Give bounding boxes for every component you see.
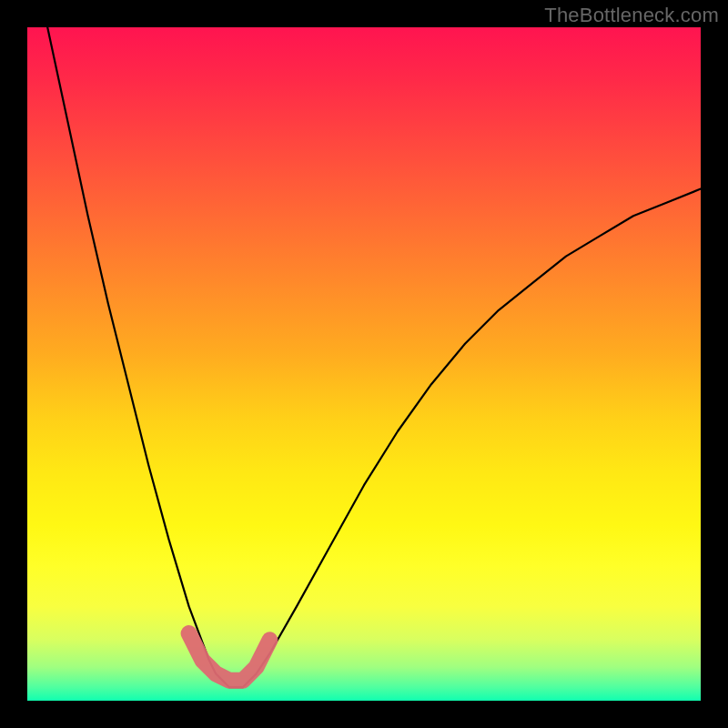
- curve-line: [47, 27, 701, 687]
- highlight-segment: [189, 633, 270, 681]
- chart-svg: [27, 27, 701, 701]
- watermark-text: TheBottleneck.com: [544, 4, 719, 27]
- chart-frame: TheBottleneck.com: [0, 0, 728, 728]
- plot-area: [27, 27, 701, 701]
